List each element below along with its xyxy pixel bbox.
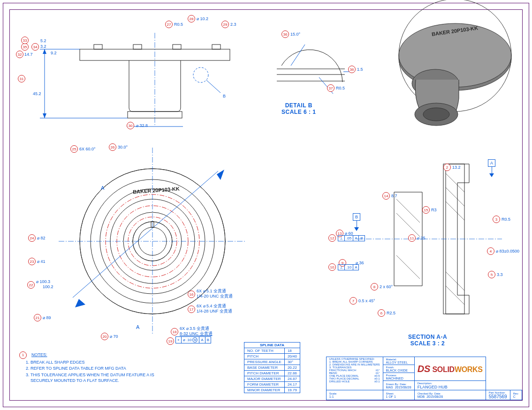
dim-25: 6X 60.0° [79, 147, 96, 151]
detail-callout-b: B [223, 94, 226, 98]
title-block: UNLESS OTHERWISE SPECIFIED: 1. BREAK ALL… [326, 357, 522, 400]
balloon-17: 17 [188, 306, 195, 313]
note-3: THIS TOLERANCE APPLIES WHEN THE DATUM FE… [30, 373, 176, 383]
fcf-10: 10 ⊥.10A [328, 263, 359, 271]
dim-35: 3.2 [40, 44, 46, 49]
dim-33: 9.2 [51, 51, 57, 55]
svg-rect-1 [94, 45, 102, 49]
dim-s2: 13.2 [452, 165, 461, 170]
dim-30: ⌀ 32.8 [136, 123, 148, 128]
balloon-8: 8 [371, 283, 378, 291]
fcf-12: 12 ⊥.05AB [328, 234, 365, 242]
view-iso: BAKER 20P103-KK [380, 14, 521, 136]
balloon-21: 21 [34, 314, 41, 321]
note-1: BREAK ALL SHARP EDGES [30, 360, 176, 365]
svg-marker-11 [43, 113, 46, 118]
dim-s6: R2.5 [387, 311, 395, 315]
svg-line-51 [396, 199, 420, 223]
dim-22a: ⌀ 100.3 [36, 279, 50, 284]
balloon-2: 2 [443, 164, 451, 171]
solidworks-logo: DS SOLIDWORKS [418, 364, 483, 374]
dim-17b: 1/4-28 UNF 全貫通 [197, 308, 232, 314]
dim-26: 30.0° [118, 145, 128, 149]
balloon-7: 7 [350, 297, 357, 305]
dim-29: 2.3 [230, 22, 236, 27]
balloon-30: 30 [127, 122, 134, 129]
balloon-34: 34 [31, 43, 39, 51]
balloon-23: 23 [28, 258, 36, 265]
dim-s3: R0.5 [502, 217, 510, 222]
ds-logo-icon: DS [418, 364, 431, 374]
section-a-bot: A [136, 324, 139, 330]
perp-icon: ⊥ [338, 236, 345, 241]
balloon-5: 5 [488, 271, 495, 278]
section-a-top: A [101, 185, 104, 191]
svg-line-14 [206, 80, 220, 93]
dim-s15: R3 [431, 208, 437, 212]
svg-rect-2 [133, 45, 142, 49]
balloon-25: 25 [70, 145, 78, 153]
balloon-15: 15 [422, 206, 430, 214]
dim-s14: 8.7 [391, 194, 397, 198]
balloon-36a: 36 [281, 30, 289, 38]
balloon-22: 22 [27, 281, 35, 289]
svg-point-26 [423, 108, 449, 121]
dim-34: 5.2 [40, 38, 46, 43]
balloon-36b: 36 [348, 66, 356, 73]
balloon-16: 16 [188, 291, 195, 298]
svg-line-49 [446, 272, 464, 291]
dim-det-36b: 1.5 [357, 67, 363, 72]
svg-line-53 [396, 255, 420, 279]
spline-title: SPLINE DATA [244, 343, 300, 348]
dim-24: ⌀ 82 [37, 236, 46, 240]
spline-table: SPLINE DATA NO. OF TEETH18 PITCH20/40 PR… [244, 342, 300, 393]
balloon-33: 33 [21, 37, 29, 44]
modifier-m-icon: M [192, 337, 198, 343]
svg-marker-43 [75, 299, 85, 307]
section-title: SECTION A-A SCALE 3 : 2 [408, 334, 447, 347]
balloon-32: 32 [16, 51, 23, 58]
svg-rect-3 [173, 45, 181, 49]
dim-32: 14.7 [24, 52, 33, 57]
dim-23: ⌀ 41 [37, 259, 46, 264]
balloon-11: 11 [408, 234, 416, 242]
balloon-37: 37 [327, 84, 334, 92]
view-side [19, 19, 253, 127]
dim-20: ⌀ 70 [110, 334, 118, 339]
dim-31: 45.2 [33, 91, 41, 96]
view-detail-b [263, 26, 361, 105]
datum-b: B [353, 213, 360, 231]
balloon-19: 19 [167, 337, 174, 345]
dim-s5: 3.3 [497, 272, 503, 277]
fcf-sym-icon: ⌖ [176, 337, 182, 343]
balloon-35: 35 [21, 43, 29, 51]
detail-b-title: DETAIL B SCALE 6 : 1 [281, 102, 316, 115]
balloon-3: 3 [493, 216, 500, 223]
svg-rect-4 [212, 45, 220, 49]
dim-s8: 2 x 60° [380, 284, 393, 289]
dim-27: R0.5 [174, 22, 183, 27]
fcf-19: ⌖ ⌀ .10M A B [175, 336, 211, 343]
svg-line-48 [446, 201, 464, 220]
dim-s4: ⌀ 83±0.0500 [496, 249, 519, 253]
dim-det-36a: 15.0° [290, 32, 300, 37]
note-2: REFER TO SPLINE DATA TABLE FOR MFG DATA [30, 366, 176, 372]
balloon-20: 20 [101, 333, 108, 340]
dim-s11: ⌀ 25 [417, 236, 426, 240]
dim-16b: 1/4-20 UNC 全貫通 [197, 293, 233, 299]
dim-21: ⌀ 89 [43, 315, 51, 320]
balloon-26: 26 [109, 143, 116, 151]
perp-icon: ⊥ [338, 265, 345, 270]
datum-a: A [488, 159, 495, 177]
dim-28: ⌀ 10.2 [197, 16, 208, 21]
balloon-31: 31 [18, 75, 25, 82]
svg-line-18 [291, 45, 305, 66]
balloon-27: 27 [165, 21, 173, 28]
balloon-14: 14 [382, 192, 390, 200]
dim-22b: 100.2 [43, 284, 53, 289]
balloon-1: 1 [19, 351, 27, 359]
dim-det-37: R0.5 [336, 86, 345, 90]
notes-title: NOTES: [31, 352, 47, 357]
balloon-18: 18 [171, 328, 178, 335]
svg-marker-10 [43, 49, 46, 54]
